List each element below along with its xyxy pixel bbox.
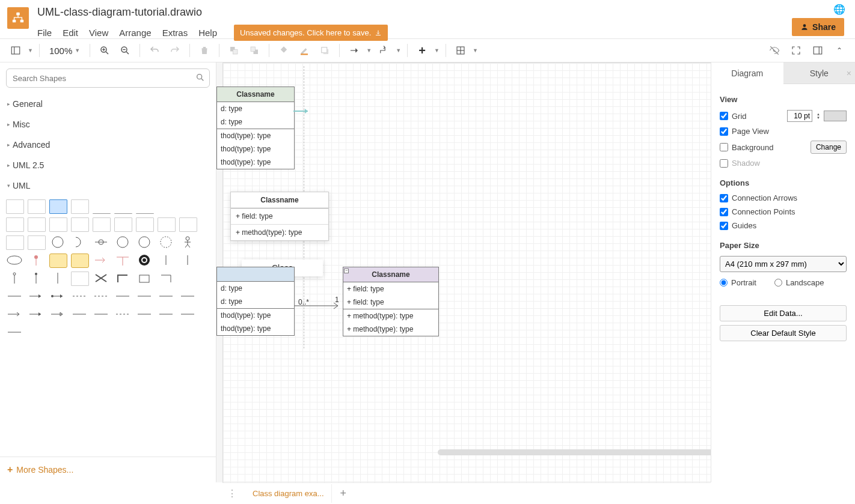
tab-diagram[interactable]: Diagram bbox=[711, 62, 783, 84]
shape-thumb[interactable] bbox=[136, 290, 154, 304]
shape-thumb[interactable] bbox=[6, 235, 24, 250]
uml-class-shape[interactable]: Classname + field: type + field: type + … bbox=[343, 267, 439, 336]
background-checkbox[interactable] bbox=[720, 143, 728, 151]
shape-thumb[interactable] bbox=[28, 272, 46, 286]
class-header[interactable]: Classname bbox=[343, 267, 438, 282]
menu-extras[interactable]: Extras bbox=[162, 28, 188, 38]
fullscreen-icon[interactable] bbox=[788, 42, 804, 59]
shape-thumb[interactable] bbox=[28, 290, 46, 304]
shape-thumb[interactable] bbox=[28, 217, 46, 232]
line-color-button[interactable] bbox=[296, 42, 313, 59]
shape-thumb[interactable] bbox=[71, 199, 89, 214]
sidebar-section-general[interactable]: General bbox=[0, 94, 216, 114]
shape-thumb[interactable] bbox=[114, 217, 132, 232]
table-button[interactable] bbox=[452, 42, 469, 59]
shape-thumb[interactable] bbox=[6, 308, 24, 322]
class-method[interactable]: thod(type): type bbox=[217, 322, 294, 335]
shape-thumb[interactable] bbox=[28, 235, 46, 250]
sidebar-section-uml25[interactable]: UML 2.5 bbox=[0, 155, 216, 175]
sidebar-section-uml[interactable]: UML bbox=[0, 175, 216, 196]
shape-thumb[interactable] bbox=[114, 290, 132, 304]
shape-thumb[interactable] bbox=[114, 308, 132, 322]
shape-thumb[interactable] bbox=[71, 235, 89, 250]
pageview-checkbox[interactable] bbox=[720, 127, 728, 136]
class-field[interactable]: + field: type bbox=[343, 296, 438, 309]
page-tab[interactable]: Class diagram exa... bbox=[245, 484, 332, 503]
uml-class-shape[interactable]: Classname d: type d: type thod(type): ty… bbox=[216, 87, 295, 169]
shape-thumb[interactable] bbox=[158, 199, 176, 214]
edit-data-button[interactable]: Edit Data... bbox=[720, 305, 847, 321]
delete-button[interactable] bbox=[196, 42, 213, 59]
redo-button[interactable] bbox=[167, 42, 183, 59]
shape-thumb[interactable] bbox=[158, 217, 176, 232]
shape-thumb[interactable] bbox=[28, 199, 46, 214]
more-shapes-button[interactable]: + More Shapes... bbox=[0, 457, 216, 482]
shape-thumb[interactable] bbox=[28, 254, 46, 268]
landscape-radio[interactable] bbox=[774, 279, 782, 287]
shape-thumb-class[interactable] bbox=[49, 199, 67, 214]
grid-checkbox[interactable] bbox=[720, 112, 728, 120]
uml-class-shape[interactable]: d: type d: type thod(type): type thod(ty… bbox=[216, 267, 295, 336]
menu-edit[interactable]: Edit bbox=[63, 28, 78, 38]
shape-thumb[interactable] bbox=[179, 272, 197, 286]
grid-color-swatch[interactable] bbox=[824, 111, 847, 121]
shape-thumb[interactable] bbox=[49, 272, 67, 286]
shape-thumb[interactable] bbox=[93, 308, 111, 322]
shape-thumb[interactable] bbox=[158, 272, 176, 286]
sidebar-section-misc[interactable]: Misc bbox=[0, 114, 216, 135]
class-header[interactable] bbox=[217, 267, 294, 282]
fill-color-button[interactable] bbox=[275, 42, 292, 59]
shape-thumb[interactable] bbox=[71, 290, 89, 304]
shape-thumb[interactable] bbox=[93, 235, 111, 250]
shape-thumb[interactable] bbox=[6, 290, 24, 304]
shape-thumb[interactable] bbox=[93, 254, 111, 268]
portrait-radio[interactable] bbox=[720, 279, 728, 287]
shape-thumb[interactable] bbox=[179, 290, 197, 304]
to-front-button[interactable] bbox=[225, 42, 242, 59]
menu-arrange[interactable]: Arrange bbox=[119, 28, 151, 38]
shape-thumb[interactable] bbox=[136, 199, 154, 214]
class-method[interactable]: thod(type): type bbox=[217, 308, 294, 322]
shape-thumb[interactable] bbox=[93, 290, 111, 304]
paper-size-select[interactable]: A4 (210 mm x 297 mm) bbox=[720, 256, 847, 272]
zoom-in-button[interactable] bbox=[96, 42, 113, 59]
shape-thumb[interactable] bbox=[71, 308, 89, 322]
clear-style-button[interactable]: Clear Default Style bbox=[720, 325, 847, 341]
class-header[interactable]: Classname bbox=[217, 87, 294, 102]
shape-thumb[interactable] bbox=[158, 254, 176, 268]
shape-thumb[interactable] bbox=[114, 199, 132, 214]
shape-thumb[interactable] bbox=[49, 290, 67, 304]
shape-thumb[interactable] bbox=[49, 235, 67, 250]
shape-thumb[interactable] bbox=[114, 235, 132, 250]
page-tab-menu-icon[interactable]: ⋮ bbox=[222, 488, 242, 499]
filename[interactable]: UML-class-diagram-tutorial.drawio bbox=[37, 6, 388, 19]
shadow-button[interactable] bbox=[316, 42, 333, 59]
add-page-button[interactable]: + bbox=[336, 487, 352, 500]
to-back-button[interactable] bbox=[246, 42, 263, 59]
waypoint-button[interactable] bbox=[375, 42, 392, 59]
tab-style[interactable]: Style× bbox=[783, 62, 856, 84]
class-field[interactable]: d: type bbox=[217, 102, 294, 115]
format-panel-icon[interactable] bbox=[809, 42, 826, 59]
menu-help[interactable]: Help bbox=[198, 28, 217, 38]
menu-file[interactable]: File bbox=[37, 28, 52, 38]
shape-thumb[interactable] bbox=[6, 254, 24, 268]
shape-thumb[interactable] bbox=[179, 199, 197, 214]
shape-thumb[interactable] bbox=[136, 308, 154, 322]
shape-thumb[interactable] bbox=[28, 308, 46, 322]
stepper-down-icon[interactable]: ▼ bbox=[817, 116, 820, 120]
class-field[interactable]: + field: type bbox=[343, 282, 438, 296]
grid-size-input[interactable] bbox=[787, 110, 812, 122]
collapse-handle-icon[interactable]: − bbox=[344, 269, 349, 273]
shape-thumb[interactable] bbox=[49, 308, 67, 322]
search-input[interactable] bbox=[6, 68, 210, 88]
shape-thumb[interactable] bbox=[71, 254, 89, 268]
shape-thumb[interactable] bbox=[93, 199, 111, 214]
shape-thumb[interactable] bbox=[179, 217, 197, 232]
conn-arrows-checkbox[interactable] bbox=[720, 194, 728, 202]
shape-thumb[interactable] bbox=[158, 290, 176, 304]
unsaved-banner[interactable]: Unsaved changes. Click here to save. bbox=[234, 25, 388, 41]
class-field[interactable]: d: type bbox=[217, 295, 294, 308]
add-button[interactable]: + bbox=[414, 42, 431, 59]
search-icon[interactable] bbox=[195, 73, 205, 84]
